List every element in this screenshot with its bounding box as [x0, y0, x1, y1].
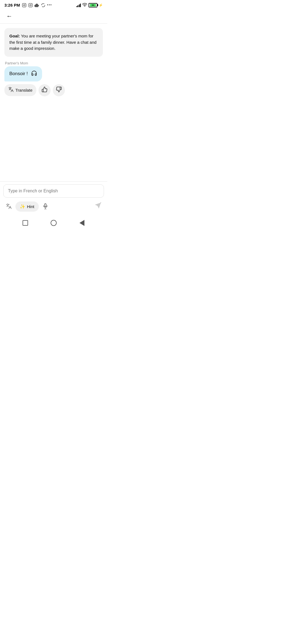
- thumbs-up-button[interactable]: [38, 84, 51, 96]
- instagram2-icon: [28, 3, 33, 8]
- battery-indicator: 94: [89, 3, 97, 7]
- status-left: 3:26 PM: [4, 2, 52, 8]
- message-actions: Translate: [4, 84, 65, 96]
- back-arrow-icon: ←: [6, 13, 12, 20]
- chat-area: Goal: You are meeting your partner's mom…: [0, 24, 107, 181]
- thumbs-down-button[interactable]: [53, 84, 65, 96]
- sender-label: Partner's Mom: [5, 61, 28, 65]
- message-text: Bonsoir !: [9, 71, 28, 77]
- goal-label: Goal:: [9, 34, 20, 38]
- home-button[interactable]: [49, 218, 59, 228]
- svg-rect-0: [22, 3, 26, 7]
- status-bar: 3:26 PM: [0, 0, 107, 9]
- hint-label: Hint: [27, 204, 34, 209]
- toolbar-left: ✨ Hint: [3, 201, 51, 212]
- loading-icon: [41, 3, 46, 8]
- triangle-icon: [79, 220, 84, 226]
- toolbar-translate-icon: [6, 203, 12, 210]
- send-button[interactable]: [92, 200, 104, 212]
- microphone-button[interactable]: [40, 201, 51, 212]
- message-group: Partner's Mom Bonsoir !: [4, 61, 103, 96]
- toolbar-translate-button[interactable]: [3, 201, 14, 212]
- square-icon: [23, 220, 28, 226]
- translate-icon: [8, 87, 14, 94]
- thumbs-up-icon: [42, 86, 48, 94]
- svg-point-6: [42, 4, 45, 7]
- bubble-wrapper: Bonsoir !: [4, 66, 42, 81]
- goal-box: Goal: You are meeting your partner's mom…: [4, 28, 103, 57]
- svg-point-7: [84, 6, 85, 7]
- send-icon: [94, 202, 101, 211]
- svg-point-2: [25, 4, 25, 4]
- bottom-input-area: ✨ Hint: [0, 181, 107, 215]
- hint-button[interactable]: ✨ Hint: [15, 201, 39, 212]
- more-icon: ···: [47, 2, 52, 8]
- status-right: 94 ⚡: [76, 3, 103, 7]
- back-button[interactable]: ←: [4, 11, 14, 21]
- status-time: 3:26 PM: [4, 3, 20, 7]
- svg-point-4: [30, 4, 31, 6]
- svg-rect-8: [45, 203, 46, 206]
- back-nav-button[interactable]: [77, 218, 87, 228]
- status-app-icons: ···: [22, 2, 52, 8]
- microphone-icon: [42, 203, 48, 210]
- wifi-icon: [82, 3, 87, 7]
- headphone-icon[interactable]: [31, 70, 37, 78]
- bottom-toolbar: ✨ Hint: [3, 200, 104, 212]
- svg-marker-12: [95, 203, 101, 209]
- message-bubble: Bonsoir !: [4, 66, 42, 81]
- svg-rect-3: [29, 3, 32, 7]
- svg-point-1: [23, 4, 25, 6]
- hint-sparkle-icon: ✨: [20, 204, 25, 209]
- charging-icon: ⚡: [99, 3, 103, 7]
- circle-icon: [51, 220, 57, 226]
- chat-input[interactable]: [3, 184, 104, 198]
- cloud-icon: [34, 3, 39, 8]
- svg-point-5: [31, 4, 32, 4]
- instagram-icon: [22, 3, 27, 8]
- recent-apps-button[interactable]: [20, 218, 30, 228]
- thumbs-down-icon: [56, 86, 62, 94]
- translate-label: Translate: [15, 88, 32, 92]
- signal-icon: [76, 3, 81, 7]
- top-nav: ←: [0, 9, 107, 24]
- goal-description: You are meeting your partner's mom for t…: [9, 34, 97, 51]
- goal-text: Goal: You are meeting your partner's mom…: [9, 33, 98, 52]
- translate-button[interactable]: Translate: [4, 84, 36, 96]
- system-nav-bar: [0, 215, 107, 232]
